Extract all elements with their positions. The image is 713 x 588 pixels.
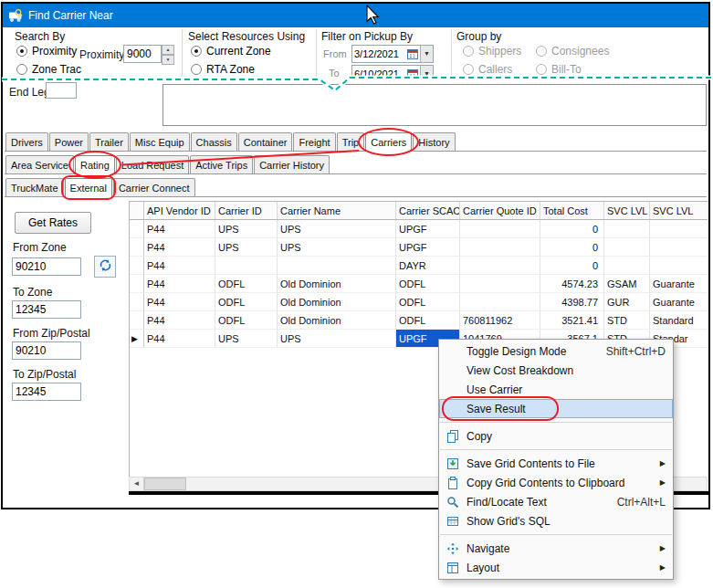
tab-carrier-history[interactable]: Carrier History — [254, 155, 330, 173]
tab-trailer[interactable]: Trailer — [89, 132, 129, 151]
grid-cell[interactable]: 4574.23 — [540, 275, 604, 293]
grid-cell[interactable] — [460, 220, 540, 238]
grid-cell[interactable] — [650, 220, 708, 238]
column-header-svc-lvl[interactable]: SVC LVL — [604, 202, 650, 219]
scroll-thumb[interactable] — [144, 478, 186, 490]
tab-external[interactable]: External — [65, 178, 112, 197]
menu-item-save-grid-contents-to-file[interactable]: Save Grid Contents to File▶ — [439, 454, 673, 473]
end-leg-input[interactable] — [46, 82, 77, 99]
grid-cell[interactable]: UPS — [278, 238, 396, 257]
radio-shippers[interactable]: Shippers — [463, 45, 521, 58]
grid-cell[interactable]: Old Dominion — [278, 275, 396, 293]
tab-freight[interactable]: Freight — [293, 132, 335, 151]
tab-active-trips[interactable]: Active Trips — [190, 155, 253, 173]
grid-cell[interactable]: 0 — [540, 220, 604, 238]
grid-cell[interactable] — [650, 257, 708, 275]
radio-zone-trace[interactable]: Zone Trac — [16, 63, 81, 76]
pickup-to-input[interactable] — [352, 67, 405, 79]
grid-cell[interactable]: DAYR — [396, 257, 460, 275]
grid-cell[interactable]: GSAM — [604, 275, 650, 293]
spin-down-button[interactable]: ▼ — [162, 55, 174, 65]
table-row[interactable]: P44DAYR0 — [130, 257, 708, 275]
grid-cell[interactable] — [460, 275, 540, 293]
grid-cell[interactable]: UPS — [215, 238, 278, 257]
radio-current-zone[interactable]: Current Zone — [191, 45, 271, 58]
grid-cell[interactable] — [460, 257, 540, 275]
menu-item-use-carrier[interactable]: Use Carrier — [439, 380, 673, 399]
grid-cell[interactable]: STD — [604, 311, 650, 330]
grid-cell[interactable]: UPGF — [396, 220, 460, 238]
tab-drivers[interactable]: Drivers — [5, 132, 48, 151]
grid-cell[interactable]: 0 — [540, 238, 604, 257]
tab-carrier-connect[interactable]: Carrier Connect — [113, 178, 195, 196]
tab-truckmate[interactable]: TruckMate — [5, 178, 64, 196]
radio-proximity[interactable]: Proximity — [16, 45, 77, 58]
menu-item-show-grid-s-sql[interactable]: Show Grid's SQL — [439, 511, 673, 530]
grid-cell[interactable]: UPS — [278, 330, 396, 348]
menu-item-copy-grid-contents-to-clipboard[interactable]: Copy Grid Contents to Clipboard▶ — [439, 473, 673, 492]
radio-rta-zone[interactable]: RTA Zone — [191, 63, 255, 76]
table-row[interactable]: P44ODFLOld DominionODFL7608119623521.41S… — [130, 311, 708, 330]
grid-cell[interactable]: UPS — [215, 220, 278, 238]
menu-item-copy[interactable]: Copy — [439, 426, 673, 446]
grid-cell[interactable]: P44 — [144, 311, 215, 330]
tab-rating[interactable]: Rating — [75, 155, 115, 174]
grid-cell[interactable]: UPS — [278, 220, 396, 238]
date-dropdown-icon[interactable]: ▼ — [420, 66, 433, 79]
calendar-icon[interactable] — [405, 68, 420, 79]
date-dropdown-icon[interactable]: ▼ — [420, 46, 433, 62]
column-header-api-vendor-id[interactable]: API Vendor ID — [144, 202, 215, 219]
grid-cell[interactable]: P44 — [144, 220, 215, 238]
radio-consignees[interactable]: Consignees — [536, 45, 609, 58]
grid-cell[interactable] — [604, 220, 650, 238]
to-zip-postal-input[interactable] — [12, 383, 81, 401]
radio-callers[interactable]: Callers — [463, 63, 512, 76]
column-header-total-cost[interactable]: Total Cost — [540, 202, 604, 219]
table-row[interactable]: P44ODFLOld DominionODFL4574.23GSAMGuaran… — [130, 275, 708, 293]
calendar-icon[interactable] — [405, 48, 420, 59]
proximity-input[interactable] — [123, 45, 162, 63]
grid-cell[interactable]: 4398.77 — [540, 293, 604, 311]
grid-cell[interactable]: ODFL — [215, 293, 278, 311]
grid-cell[interactable]: P44 — [144, 330, 215, 348]
spin-up-button[interactable]: ▲ — [162, 45, 174, 55]
menu-item-find-locate-text[interactable]: Find/Locate TextCtrl+Alt+L — [439, 492, 673, 511]
tab-container[interactable]: Container — [238, 132, 293, 151]
tab-load-request[interactable]: Load Request — [116, 155, 190, 173]
tab-trip[interactable]: Trip — [337, 132, 365, 151]
grid-cell[interactable]: Guarante — [650, 275, 708, 293]
grid-cell[interactable]: UPGF — [396, 238, 460, 257]
column-header-carrier-name[interactable]: Carrier Name — [278, 202, 396, 219]
get-rates-button[interactable]: Get Rates — [15, 212, 91, 234]
menu-item-view-cost-breakdown[interactable]: View Cost Breakdown — [439, 361, 673, 380]
refresh-button[interactable] — [94, 256, 116, 278]
grid-cell[interactable]: Guarante — [650, 293, 708, 311]
grid-cell[interactable]: P44 — [144, 257, 215, 275]
table-row[interactable]: P44UPSUPSUPGF0 — [130, 220, 708, 238]
grid-cell[interactable]: P44 — [144, 293, 215, 311]
menu-item-layout[interactable]: Layout▶ — [439, 558, 673, 577]
grid-cell[interactable] — [604, 238, 650, 257]
grid-cell[interactable] — [604, 257, 650, 275]
grid-cell[interactable]: ODFL — [396, 311, 460, 330]
tab-carriers[interactable]: Carriers — [365, 132, 412, 152]
from-zone-input[interactable] — [12, 257, 81, 276]
grid-cell[interactable]: Old Dominion — [278, 293, 396, 311]
grid-cell[interactable] — [460, 238, 540, 257]
grid-cell[interactable]: GUR — [604, 293, 650, 311]
column-header-svc-lvl[interactable]: SVC LVL — [650, 202, 708, 219]
grid-cell[interactable] — [460, 293, 540, 311]
tab-misc-equip[interactable]: Misc Equip — [130, 132, 190, 151]
tab-history[interactable]: History — [413, 132, 455, 151]
grid-cell[interactable]: Standard — [650, 311, 708, 330]
grid-cell[interactable]: UPS — [215, 330, 278, 348]
grid-cell[interactable] — [650, 238, 708, 257]
grid-cell[interactable]: ODFL — [396, 293, 460, 311]
menu-item-toggle-design-mode[interactable]: Toggle Design ModeShift+Ctrl+D — [439, 341, 673, 361]
grid-cell[interactable]: ODFL — [215, 275, 278, 293]
table-row[interactable]: P44UPSUPSUPGF0 — [130, 238, 708, 257]
table-row[interactable]: P44ODFLOld DominionODFL4398.77GURGuarant… — [130, 293, 708, 311]
menu-item-save-result[interactable]: Save Result — [439, 399, 673, 418]
grid-cell[interactable] — [215, 257, 278, 275]
from-zip-postal-input[interactable] — [12, 341, 81, 360]
